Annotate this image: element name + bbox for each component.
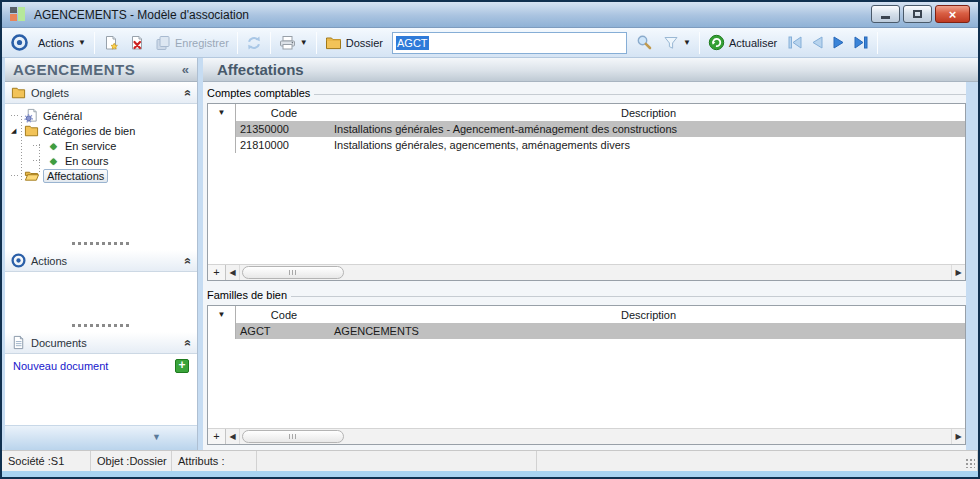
- panel-header-onglets[interactable]: Onglets »: [5, 82, 197, 104]
- status-bar: Société :S1 Objet :Dossier Attributs :: [2, 450, 978, 471]
- scrollbar-track[interactable]: [240, 265, 951, 280]
- sidebar-title: AGENCEMENTS: [13, 61, 182, 78]
- column-header-description[interactable]: Description: [332, 309, 965, 321]
- minimize-button[interactable]: [871, 5, 900, 23]
- add-document-button[interactable]: +: [175, 359, 189, 373]
- print-dropdown-icon[interactable]: ▼: [300, 39, 308, 47]
- add-row-button[interactable]: +: [208, 429, 226, 444]
- column-menu-cell[interactable]: ▼: [208, 306, 236, 323]
- table-empty-space: [208, 153, 965, 264]
- tree-item-label: En cours: [65, 155, 108, 167]
- scrollbar-thumb[interactable]: [242, 430, 344, 443]
- search-input[interactable]: AGCT: [392, 32, 627, 54]
- refresh-button[interactable]: [241, 33, 267, 53]
- sidebar-collapse-button[interactable]: «: [182, 62, 189, 77]
- panel-splitter[interactable]: [5, 236, 197, 250]
- actions-menu-button[interactable]: Actions ▼: [33, 35, 91, 51]
- group-line: [291, 296, 966, 297]
- column-header-code[interactable]: Code: [236, 107, 332, 119]
- scroll-right-button[interactable]: ▶: [951, 429, 965, 444]
- nav-first-icon[interactable]: [788, 36, 803, 49]
- scrollbar-track[interactable]: [240, 429, 951, 444]
- table-row[interactable]: 21810000 Installations générales, agence…: [208, 137, 965, 153]
- close-button[interactable]: ×: [935, 5, 970, 23]
- scroll-left-button[interactable]: ◀: [226, 265, 240, 280]
- cell-description: Installations générales - Agencement-amé…: [332, 123, 965, 135]
- actions-dropdown-icon: ▼: [78, 39, 86, 47]
- new-document-link[interactable]: Nouveau document: [13, 360, 175, 372]
- sidebar-empty-space: [5, 378, 197, 425]
- scrollbar-thumb[interactable]: [242, 266, 344, 279]
- group-label-text: Familles de bien: [207, 289, 291, 301]
- panel-header-documents[interactable]: Documents »: [5, 332, 197, 354]
- row-selector-cell[interactable]: [208, 121, 236, 137]
- sidebar-footer[interactable]: ▼: [5, 425, 197, 450]
- add-row-button[interactable]: +: [208, 265, 226, 280]
- comptes-comptables-table: ▼ Code Description 21350000 Installation…: [207, 103, 966, 281]
- column-menu-cell[interactable]: ▼: [208, 104, 236, 121]
- actions-target-icon: [11, 253, 26, 268]
- tree-connector: [11, 175, 20, 176]
- app-icon: [10, 7, 26, 22]
- search-magnifier-icon: [636, 34, 653, 51]
- maximize-button[interactable]: [903, 5, 932, 23]
- toolbar-separator: [316, 32, 317, 54]
- tree-item-general[interactable]: Général: [5, 108, 197, 123]
- folder-icon: [24, 123, 39, 138]
- filter-dropdown-icon[interactable]: ▼: [683, 39, 691, 47]
- filter-button[interactable]: ▼: [658, 33, 696, 53]
- actualiser-label: Actualiser: [729, 37, 777, 49]
- cell-code: 21810000: [236, 139, 332, 151]
- collapse-panel-icon[interactable]: »: [181, 339, 195, 346]
- panel-splitter[interactable]: [5, 318, 197, 332]
- familles-de-bien-table: ▼ Code Description AGCT AGENCEMENTS +: [207, 305, 966, 445]
- save-button[interactable]: Enregistrer: [150, 33, 234, 53]
- nav-next-icon[interactable]: [832, 36, 845, 49]
- delete-button[interactable]: [124, 33, 150, 53]
- toolbar: Actions ▼ Enregistrer ▼ Dossier AGCT: [2, 28, 978, 58]
- horizontal-scrollbar[interactable]: + ◀ ▶: [208, 264, 965, 280]
- collapse-panel-icon[interactable]: »: [181, 257, 195, 264]
- collapse-panel-icon[interactable]: »: [181, 89, 195, 96]
- column-header-code[interactable]: Code: [236, 309, 332, 321]
- table-row[interactable]: 21350000 Installations générales - Agenc…: [208, 121, 965, 137]
- row-selector-cell[interactable]: [208, 137, 236, 153]
- sidebar-header: AGENCEMENTS «: [5, 58, 197, 82]
- toolbar-separator: [699, 32, 700, 54]
- horizontal-scrollbar[interactable]: + ◀ ▶: [208, 428, 965, 444]
- table-header-row: ▼ Code Description: [208, 306, 965, 323]
- actions-panel-body: [5, 272, 197, 318]
- tree-item-en-service[interactable]: ◆ En service: [5, 138, 197, 153]
- print-button[interactable]: ▼: [274, 33, 313, 53]
- tree-item-affectations[interactable]: Affectations: [5, 168, 197, 183]
- dossier-button[interactable]: Dossier: [320, 33, 388, 52]
- tree-expander-icon[interactable]: ◢: [11, 127, 20, 134]
- target-icon: [6, 32, 33, 53]
- new-item-button[interactable]: [98, 33, 124, 53]
- actualiser-button[interactable]: Actualiser: [703, 32, 782, 53]
- actualiser-refresh-icon: [708, 34, 725, 51]
- nav-previous-icon[interactable]: [811, 36, 824, 49]
- footer-collapse-icon[interactable]: ▼: [152, 432, 161, 442]
- column-header-description[interactable]: Description: [332, 107, 965, 119]
- table-row[interactable]: AGCT AGENCEMENTS: [208, 323, 965, 339]
- toolbar-separator: [94, 32, 95, 54]
- minimize-icon: [881, 16, 890, 19]
- scroll-left-button[interactable]: ◀: [226, 429, 240, 444]
- tree-item-en-cours[interactable]: ◆ En cours: [5, 153, 197, 168]
- search-button[interactable]: [631, 32, 658, 53]
- toolbar-separator: [237, 32, 238, 54]
- thumb-grip-icon: [289, 270, 297, 275]
- status-empty-cell: [537, 451, 978, 471]
- panel-label-actions: Actions: [31, 255, 179, 267]
- status-empty-cell: [257, 451, 537, 471]
- table-empty-space: [208, 339, 965, 428]
- nav-last-icon[interactable]: [853, 36, 868, 49]
- tree-item-categories-de-bien[interactable]: ◢ Catégories de bien: [5, 123, 197, 138]
- row-selector-cell[interactable]: [208, 323, 236, 339]
- scroll-right-button[interactable]: ▶: [951, 265, 965, 280]
- tree-connector: [33, 145, 42, 146]
- panel-header-actions[interactable]: Actions »: [5, 250, 197, 272]
- tree-item-label: Affectations: [43, 169, 108, 183]
- resize-grip-icon[interactable]: [966, 459, 975, 468]
